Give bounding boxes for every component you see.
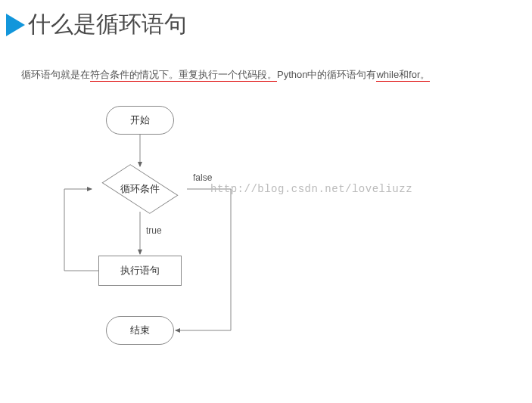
desc-mid: Python中的循环语句有 [277,69,376,80]
flowchart: 开始 循环条件 false true 执行语句 结束 http://blog.c… [0,91,532,378]
desc-prefix: 循环语句就是在 [21,69,90,80]
page-title: 什么是循环语句 [28,9,187,40]
flow-condition-label: 循环条件 [95,182,185,196]
desc-underline-1: 符合条件的情况下。重复执行一个代码段。 [90,69,277,82]
flow-start-label: 开始 [130,113,150,127]
flow-end-label: 结束 [130,324,150,337]
flow-condition: 循环条件 [95,166,185,212]
edge-true-label: true [146,225,162,236]
desc-underline-2: while和for。 [376,69,430,82]
flow-edges [0,91,532,378]
edge-false-label: false [193,172,212,183]
watermark-text: http://blog.csdn.net/loveliuzz [210,183,412,195]
flow-end: 结束 [106,316,174,345]
play-triangle-icon [6,14,25,36]
flow-start: 开始 [106,106,174,135]
flow-body: 执行语句 [98,256,182,286]
flow-body-label: 执行语句 [120,264,160,277]
description-text: 循环语句就是在符合条件的情况下。重复执行一个代码段。Python中的循环语句有w… [0,46,532,91]
